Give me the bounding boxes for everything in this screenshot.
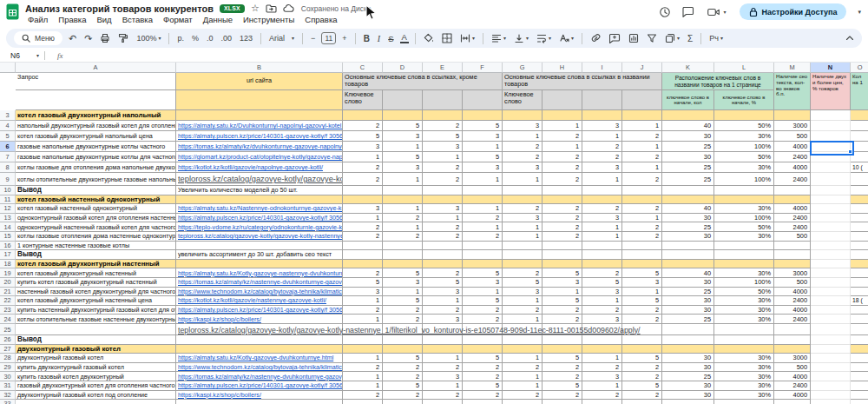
cell-I14[interactable]: 1 <box>582 222 622 232</box>
video-camera-icon[interactable] <box>707 7 720 17</box>
cell-K25[interactable] <box>662 324 714 335</box>
cell-K6[interactable]: 25 <box>662 142 714 152</box>
cell-E12[interactable]: 3 <box>423 204 463 214</box>
cell-N18[interactable] <box>811 260 851 269</box>
cell-H18[interactable] <box>542 260 582 269</box>
sheet-views-control[interactable]: ▾ <box>663 33 681 43</box>
cell-A25[interactable] <box>16 324 176 335</box>
cell-F6[interactable]: 1 <box>463 142 503 152</box>
row-header-13[interactable]: 13 <box>0 214 16 223</box>
cell-D10[interactable] <box>383 186 423 195</box>
cell-O18[interactable] <box>851 260 868 269</box>
col-header-I[interactable]: I <box>582 63 622 73</box>
paint-format-icon[interactable] <box>116 33 130 43</box>
cell-F12[interactable]: 1 <box>463 204 503 214</box>
cell-E32[interactable]: 2 <box>423 391 463 401</box>
cloud-saved-icon[interactable] <box>283 3 294 13</box>
cell-D21[interactable]: 1 <box>383 288 423 297</box>
cell-L18[interactable] <box>714 260 774 269</box>
cell-E20[interactable]: 5 <box>423 278 463 288</box>
cell-J14[interactable]: 2 <box>622 222 662 232</box>
cell-M6[interactable]: 4000 <box>774 142 811 152</box>
cell-B21[interactable]: https://www.technodom.kz/catalog/bytovaj… <box>176 288 343 297</box>
cell-B14[interactable]: https://teplo-vdome.kz/ru/category/odnok… <box>176 222 343 232</box>
cell-M8[interactable]: 4000 <box>774 162 811 173</box>
cell-K15[interactable]: 30 <box>662 232 714 242</box>
cell-B3[interactable] <box>176 110 343 121</box>
cell-O24[interactable] <box>851 315 868 324</box>
cell-M15[interactable]: 500 <box>774 232 811 242</box>
col-header-G[interactable]: G <box>503 63 542 73</box>
cell-J17[interactable] <box>622 250 662 260</box>
cell-B9[interactable]: teploross.kz/catalog/gazovye-kotly/gazov… <box>176 173 343 186</box>
cell-B16[interactable] <box>176 242 343 251</box>
cell-D12[interactable]: 1 <box>383 204 423 214</box>
horizontal-align-control[interactable]: ▾ <box>490 33 508 43</box>
row-header-17[interactable]: 17 <box>0 250 16 260</box>
cell-H22[interactable]: 5 <box>542 296 582 306</box>
row-header-20[interactable]: 20 <box>0 278 16 288</box>
cell-H8[interactable]: 2 <box>542 162 582 173</box>
move-folder-icon[interactable] <box>266 3 277 14</box>
share-button[interactable]: Настройки Доступа <box>740 3 847 20</box>
cell-O33[interactable] <box>851 400 868 404</box>
menu-edit[interactable]: Правка <box>53 14 91 25</box>
extra-tool-button[interactable]: Рч ▾ <box>707 34 725 43</box>
cell-E8[interactable]: 2 <box>423 162 463 173</box>
cell-O9[interactable] <box>851 173 868 186</box>
cell-O26[interactable] <box>851 335 868 345</box>
cell-N26[interactable] <box>811 335 851 345</box>
cell-F16[interactable] <box>463 242 503 251</box>
cell-J31[interactable]: 5 <box>622 381 662 391</box>
row-header-7[interactable]: 7 <box>0 152 16 162</box>
meet-control[interactable]: ▾ <box>706 7 728 17</box>
cell-M18[interactable] <box>774 260 811 269</box>
cell-O27[interactable] <box>851 345 868 354</box>
cell-I18[interactable] <box>582 260 622 269</box>
cell-H2[interactable] <box>542 90 582 110</box>
cell-F22[interactable]: 5 <box>463 296 503 306</box>
insert-comment-icon[interactable] <box>608 33 622 43</box>
cell-E19[interactable]: 2 <box>423 268 463 278</box>
cell-M9[interactable]: 2400 <box>774 173 811 186</box>
cell-L23[interactable]: 30% <box>714 306 774 315</box>
cell-F7[interactable]: 5 <box>463 152 503 162</box>
cell-A32[interactable]: двухконтурный газовый котел под отоплени… <box>16 391 176 401</box>
cell-J4[interactable]: 1 <box>622 121 662 131</box>
cell-L5[interactable]: 30% <box>714 131 774 142</box>
cell-G4[interactable]: 3 <box>503 121 542 131</box>
cell-N23[interactable] <box>811 306 851 315</box>
cell-G19[interactable]: 2 <box>503 268 542 278</box>
decrease-font-size-button[interactable]: − <box>309 34 317 43</box>
italic-button[interactable]: I <box>376 34 382 43</box>
cell-B29[interactable]: https://www.technodom.kz/catalog/bytovaj… <box>176 363 343 373</box>
cell-H31[interactable]: 5 <box>542 381 582 391</box>
cell-F27[interactable] <box>463 345 503 354</box>
header-keywords-links[interactable]: Основные ключевые слова в ссылках, кроме… <box>343 73 503 90</box>
cell-N33[interactable] <box>811 400 851 404</box>
cell-B19[interactable]: https://almaty.satu.kz/Kotly-gazovye-nas… <box>176 268 343 278</box>
cell-E7[interactable]: 1 <box>423 152 463 162</box>
header-url[interactable]: url сайта <box>176 73 343 90</box>
cell-K16[interactable] <box>662 242 714 251</box>
cell-D33[interactable] <box>383 400 423 404</box>
cell-C26[interactable] <box>343 335 383 345</box>
cell-N24[interactable] <box>811 315 851 324</box>
cell-C11[interactable] <box>343 195 383 205</box>
cell-C7[interactable]: 1 <box>343 152 383 162</box>
cell-M12[interactable]: 4000 <box>774 204 811 214</box>
cell-F14[interactable]: 1 <box>463 222 503 232</box>
cell-K13[interactable]: 30 <box>662 214 714 223</box>
cell-H21[interactable]: 1 <box>542 288 582 297</box>
cell-A5[interactable]: котел газовый двухконтурный напольный це… <box>16 131 176 142</box>
cell-F2[interactable] <box>463 90 503 110</box>
cell-G7[interactable]: 2 <box>503 152 542 162</box>
percent-format-button[interactable]: % <box>190 34 201 43</box>
row-header-16[interactable]: 16 <box>0 242 16 251</box>
cell-E31[interactable]: 1 <box>423 381 463 391</box>
cell-C12[interactable]: 3 <box>343 204 383 214</box>
cell-D26[interactable] <box>383 335 423 345</box>
cell-A23[interactable]: купить настенный двухконтурный газовый к… <box>16 306 176 315</box>
cell-M25[interactable] <box>774 324 811 335</box>
cell-O16[interactable] <box>851 242 868 251</box>
